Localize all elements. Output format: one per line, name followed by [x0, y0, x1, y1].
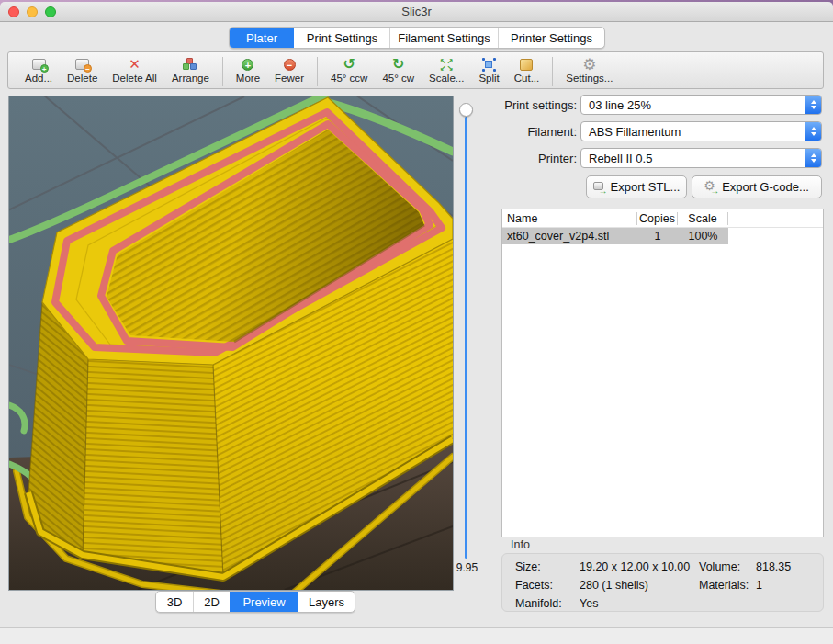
facets-value: 280 (1 shells) [580, 579, 648, 592]
settings-button[interactable]: ⚙ Settings... [566, 56, 613, 84]
stepper-arrows-icon [805, 149, 821, 167]
red-x-icon: ✕ [129, 56, 141, 73]
scale-arrows-icon: ↖↗ ↙↘ [440, 56, 454, 73]
tab-filament-settings[interactable]: Filament Settings [389, 28, 498, 48]
view-tab-preview[interactable]: Preview [230, 592, 298, 612]
cut-box-icon [520, 56, 533, 73]
export-gcode-icon: ⚙→ [704, 181, 717, 193]
arrange-cubes-icon [183, 56, 198, 73]
object-list-table: Name Copies Scale xt60_cover_v2p4.stl 1 … [501, 209, 824, 537]
print-settings-value: 03 line 25% [589, 98, 651, 112]
table-row[interactable]: xt60_cover_v2p4.stl 1 100% [502, 228, 728, 244]
print-settings-label: Print settings: [496, 98, 577, 112]
view-tab-layers[interactable]: Layers [298, 592, 355, 612]
more-copies-button[interactable]: + More [236, 56, 260, 84]
preview-canvas[interactable] [8, 96, 454, 591]
rotate-cw-button[interactable]: ↻ 45° cw [382, 56, 414, 84]
manifold-label: Manifold: [515, 597, 562, 610]
cell-copies: 1 [637, 230, 678, 243]
view-tab-2d[interactable]: 2D [193, 592, 230, 612]
toolbar-separator [222, 57, 223, 86]
volume-label: Volume: [699, 560, 740, 573]
export-stl-icon: → [593, 181, 606, 193]
gear-icon: ⚙ [582, 56, 596, 73]
filament-select[interactable]: ABS Fillamentum [580, 121, 822, 141]
delete-box-icon: − [75, 56, 89, 73]
split-handles-icon [482, 56, 496, 73]
tab-printer-settings[interactable]: Printer Settings [498, 28, 604, 48]
filament-label: Filament: [496, 125, 577, 139]
info-group-legend: Info [511, 538, 530, 551]
add-box-icon: + [32, 56, 46, 73]
rotate-cw-icon: ↻ [392, 56, 404, 73]
layer-slider-track[interactable] [465, 117, 467, 559]
scale-button[interactable]: ↖↗ ↙↘ Scale... [429, 56, 464, 84]
printer-select[interactable]: Rebell II 0.5 [580, 148, 822, 168]
size-label: Size: [515, 560, 541, 573]
table-header: Name Copies Scale [502, 209, 823, 228]
view-tab-3d[interactable]: 3D [156, 592, 193, 612]
stepper-arrows-icon [805, 122, 821, 141]
column-header-name[interactable]: Name [502, 212, 637, 225]
plater-toolbar: + Add... − Delete ✕ Delete All Arrange +… [7, 51, 824, 89]
fewer-copies-button[interactable]: − Fewer [275, 56, 304, 84]
column-header-scale[interactable]: Scale [678, 212, 728, 225]
rotate-ccw-icon: ↺ [343, 56, 355, 73]
view-mode-tab-bar: 3D 2D Preview Layers [155, 591, 355, 613]
export-stl-button[interactable]: → Export STL... [586, 175, 687, 198]
arrange-button[interactable]: Arrange [172, 56, 209, 84]
cell-name: xt60_cover_v2p4.stl [502, 230, 637, 243]
materials-value: 1 [756, 579, 762, 592]
filament-value: ABS Fillamentum [589, 125, 681, 139]
red-minus-circle-icon: − [284, 56, 296, 73]
cut-button[interactable]: Cut... [514, 56, 539, 84]
status-bar [0, 628, 833, 644]
print-settings-select[interactable]: 03 line 25% [580, 95, 822, 115]
main-tab-bar: Plater Print Settings Filament Settings … [229, 27, 605, 49]
window-title: Slic3r [0, 2, 833, 21]
stepper-arrows-icon [805, 96, 821, 114]
size-value: 19.20 x 12.00 x 10.00 [580, 560, 690, 573]
manifold-value: Yes [580, 597, 598, 610]
toolbar-separator [317, 57, 318, 86]
layer-slider-knob[interactable] [459, 103, 473, 117]
delete-button[interactable]: − Delete [67, 56, 97, 84]
column-header-copies[interactable]: Copies [637, 212, 678, 225]
layer-slider-value: 9.95 [448, 561, 486, 574]
add-button[interactable]: + Add... [25, 56, 52, 84]
printer-value: Rebell II 0.5 [589, 152, 652, 165]
toolbar-separator [552, 57, 553, 86]
materials-label: Materials: [699, 579, 749, 592]
volume-value: 818.35 [756, 560, 791, 573]
cell-scale: 100% [678, 230, 728, 243]
delete-all-button[interactable]: ✕ Delete All [112, 56, 157, 84]
rotate-ccw-button[interactable]: ↺ 45° ccw [331, 56, 367, 84]
printer-label: Printer: [496, 152, 577, 165]
export-gcode-button[interactable]: ⚙→ Export G-code... [692, 175, 822, 198]
facets-label: Facets: [515, 579, 553, 592]
layer-preview-scene [9, 96, 453, 590]
tab-plater[interactable]: Plater [230, 28, 294, 48]
tab-print-settings[interactable]: Print Settings [294, 28, 389, 48]
green-plus-circle-icon: + [242, 56, 253, 73]
split-button[interactable]: Split [478, 56, 499, 84]
info-group: Size: 19.20 x 12.00 x 10.00 Volume: 818.… [501, 553, 824, 612]
